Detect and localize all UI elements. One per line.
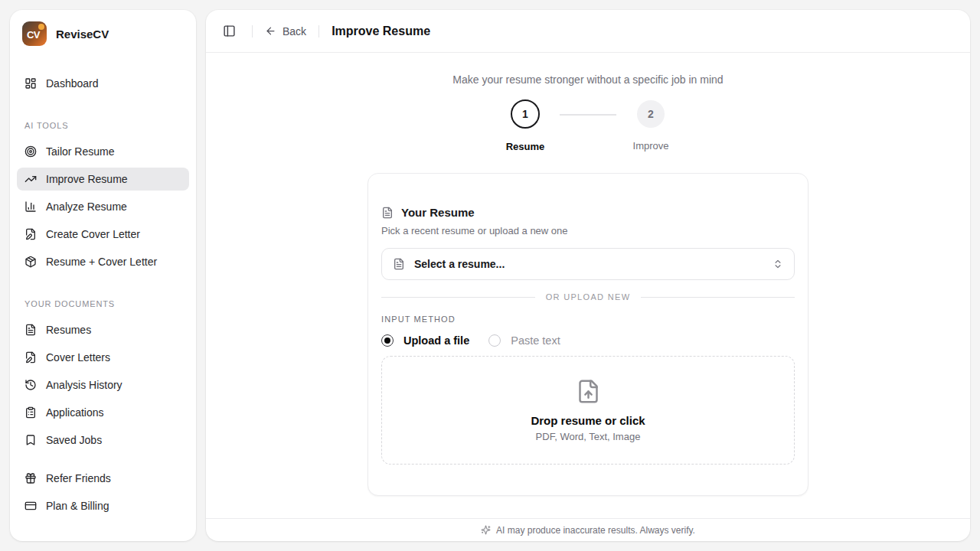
divider-line [381, 297, 535, 298]
radio-label: Upload a file [403, 334, 469, 347]
sidebar-item-plan-billing[interactable]: Plan & Billing [17, 494, 189, 517]
package-icon [24, 256, 37, 268]
ai-disclaimer: AI may produce inaccurate results. Alway… [206, 518, 970, 541]
trending-up-icon [24, 173, 37, 185]
target-icon [24, 145, 37, 158]
sidebar-item-create-cover-letter[interactable]: Create Cover Letter [17, 223, 189, 246]
page-subtitle: Make your resume stronger without a spec… [452, 73, 723, 86]
back-label: Back [283, 25, 306, 37]
file-dropzone[interactable]: Drop resume or click PDF, Word, Text, Im… [381, 356, 795, 465]
main-panel: Back Improve Resume Make your resume str… [206, 10, 970, 541]
dashboard-icon [24, 77, 37, 90]
sidebar-item-label: Plan & Billing [46, 500, 109, 512]
card-subtitle: Pick a recent resume or upload a new one [381, 225, 795, 236]
logo-text: CV [27, 29, 40, 41]
sidebar-item-label: Cover Letters [46, 351, 110, 364]
arrow-left-icon [265, 25, 276, 37]
clipboard-list-icon [24, 406, 37, 419]
sidebar-item-cover-letters[interactable]: Cover Letters [17, 346, 189, 369]
sidebar-item-label: Analyze Resume [46, 201, 127, 213]
file-text-icon [393, 258, 405, 270]
file-up-icon [576, 379, 601, 404]
radio-selected-icon [381, 334, 394, 347]
radio-upload-a-file[interactable]: Upload a file [381, 334, 469, 347]
sidebar-item-saved-jobs[interactable]: Saved Jobs [17, 429, 189, 452]
dropzone-title: Drop resume or click [531, 414, 645, 427]
panel-left-icon [223, 24, 236, 37]
radio-label: Paste text [511, 334, 560, 347]
back-button[interactable]: Back [265, 25, 306, 37]
bar-chart-icon [24, 201, 37, 213]
sidebar-toggle-button[interactable] [218, 21, 240, 42]
file-pen-icon [24, 228, 37, 240]
history-icon [24, 379, 37, 391]
dropzone-subtitle: PDF, Word, Text, Image [536, 431, 641, 442]
gift-icon [24, 472, 37, 484]
input-method-radios: Upload a file Paste text [381, 334, 795, 347]
sidebar-item-label: Improve Resume [46, 173, 128, 185]
sidebar-item-label: Resumes [46, 324, 91, 336]
resume-select[interactable]: Select a resume... [381, 248, 795, 280]
bookmark-icon [24, 434, 37, 446]
sidebar-item-label: Tailor Resume [46, 145, 114, 158]
step-label: Improve [633, 140, 669, 152]
stepper: 1 Resume 2 Improve [491, 99, 685, 152]
radio-paste-text[interactable]: Paste text [488, 334, 560, 347]
sidebar-section-your-documents: YOUR DOCUMENTS [24, 299, 189, 308]
sidebar-section-ai-tools: AI TOOLS [24, 121, 189, 130]
sidebar-item-applications[interactable]: Applications [17, 401, 189, 424]
sidebar-item-dashboard[interactable]: Dashboard [17, 72, 189, 95]
sidebar-item-label: Analysis History [46, 379, 122, 391]
header-divider [252, 25, 253, 37]
sidebar-item-label: Saved Jobs [46, 434, 102, 446]
resume-card: Your Resume Pick a recent resume or uplo… [368, 173, 808, 496]
sidebar-item-refer-friends[interactable]: Refer Friends [17, 467, 189, 490]
step-number: 1 [511, 99, 540, 129]
sidebar-item-label: Applications [46, 406, 104, 419]
input-method-label: INPUT METHOD [381, 315, 795, 324]
file-text-icon [381, 207, 394, 219]
radio-unselected-icon [488, 334, 501, 347]
card-title-row: Your Resume [381, 206, 795, 219]
step-number: 2 [637, 100, 665, 128]
header-divider [318, 25, 319, 37]
file-pen-icon [24, 351, 37, 364]
resume-select-value: Select a resume... [414, 258, 505, 270]
sidebar-item-label: Resume + Cover Letter [46, 256, 157, 268]
main-header: Back Improve Resume [206, 10, 970, 53]
ai-disclaimer-text: AI may produce inaccurate results. Alway… [496, 525, 695, 536]
sidebar-item-analysis-history[interactable]: Analysis History [17, 373, 189, 396]
file-text-icon [24, 324, 37, 336]
divider-label: OR UPLOAD NEW [546, 292, 631, 302]
card-title: Your Resume [401, 206, 475, 219]
chevrons-up-down-icon [773, 259, 783, 269]
page-title: Improve Resume [332, 24, 430, 38]
credit-card-icon [24, 500, 37, 512]
app-logo: CV [22, 21, 47, 46]
step-label: Resume [506, 141, 545, 152]
or-upload-divider: OR UPLOAD NEW [381, 292, 795, 302]
sidebar: CV ReviseCV Dashboard AI TOOLS Tailor Re… [10, 10, 196, 541]
sidebar-item-improve-resume[interactable]: Improve Resume [17, 168, 189, 191]
app-name: ReviseCV [56, 28, 109, 41]
sidebar-footer: Refer Friends Plan & Billing [17, 467, 189, 530]
step-resume: 1 Resume [491, 99, 560, 152]
sidebar-item-resumes[interactable]: Resumes [17, 318, 189, 341]
sidebar-item-label: Create Cover Letter [46, 228, 140, 240]
sidebar-item-analyze-resume[interactable]: Analyze Resume [17, 195, 189, 218]
sparkles-icon [481, 525, 491, 535]
step-improve: 2 Improve [616, 99, 685, 152]
app-brand: CV ReviseCV [17, 21, 189, 46]
sidebar-item-label: Refer Friends [46, 472, 111, 484]
main-content: Make your resume stronger without a spec… [206, 53, 970, 518]
step-connector [560, 114, 616, 116]
sidebar-item-tailor-resume[interactable]: Tailor Resume [17, 140, 189, 163]
sidebar-item-label: Dashboard [46, 77, 99, 90]
divider-line [641, 297, 795, 298]
logo-dot [38, 24, 44, 30]
sidebar-item-resume-cover-letter[interactable]: Resume + Cover Letter [17, 250, 189, 273]
